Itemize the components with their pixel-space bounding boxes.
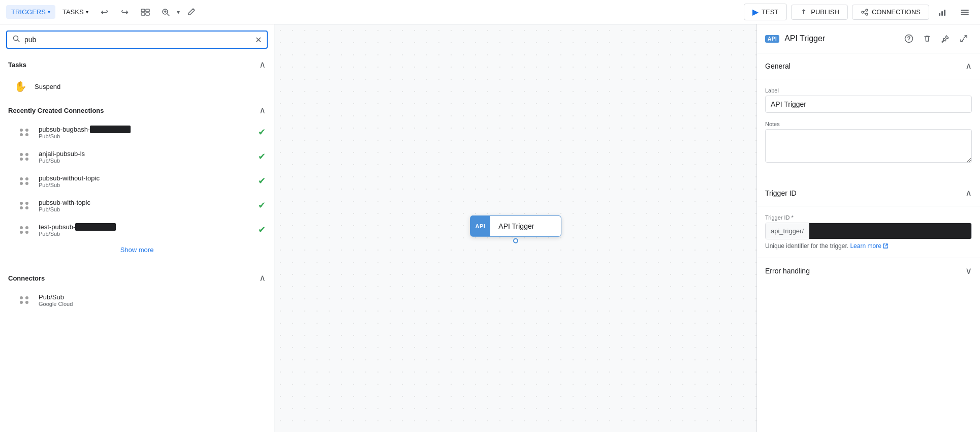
conn-masked-0: ████	[90, 126, 131, 133]
pubsub-icon-3	[16, 197, 33, 213]
search-container: ✕	[0, 24, 274, 53]
suspend-icon: ✋	[12, 78, 28, 95]
connections-button[interactable]: CONNECTIONS	[852, 5, 929, 20]
publish-button[interactable]: PUBLISH	[791, 5, 848, 20]
show-more-container: Show more	[0, 242, 274, 258]
connector-icon-0	[16, 292, 33, 308]
pen-button[interactable]	[182, 3, 200, 21]
conn-status-4: ✔	[258, 224, 266, 235]
search-clear-button[interactable]: ✕	[255, 35, 262, 45]
search-input[interactable]	[24, 36, 255, 44]
connections-label: CONNECTIONS	[872, 8, 921, 16]
tasks-collapse-icon: ∧	[259, 59, 266, 70]
conn-type-3: Pub/Sub	[39, 206, 252, 212]
tasks-section-title: Tasks	[8, 61, 26, 69]
conn-name-4: test-pubsub-████	[39, 223, 252, 231]
layout-button[interactable]	[136, 3, 154, 21]
learn-more-link[interactable]: Learn more	[850, 242, 888, 250]
svg-point-9	[866, 9, 868, 11]
svg-rect-13	[939, 13, 940, 16]
api-node-badge: API	[470, 216, 491, 236]
conn-status-0: ✔	[258, 127, 266, 138]
connection-item-0[interactable]: pubsub-bugbash-████ Pub/Sub ✔	[0, 120, 274, 144]
label-input[interactable]	[765, 96, 972, 113]
svg-rect-0	[141, 9, 145, 12]
menu-button[interactable]	[956, 3, 974, 21]
recently-created-title: Recently Created Connections	[8, 107, 104, 114]
conn-status-3: ✔	[258, 200, 266, 211]
api-node-label: API Trigger	[490, 216, 542, 236]
help-button[interactable]	[901, 30, 917, 47]
test-button[interactable]: ▶ TEST	[744, 4, 787, 20]
connectors-collapse-icon: ∧	[259, 272, 266, 284]
recently-created-collapse-icon: ∧	[259, 105, 266, 116]
trigger-id-collapse-icon: ∧	[965, 188, 972, 199]
connector-item-0[interactable]: Pub/Sub Google Cloud	[0, 288, 274, 312]
tasks-section: Tasks ∧ ✋ Suspend	[0, 53, 274, 99]
connection-item-1[interactable]: anjali-pubsub-ls Pub/Sub ✔	[0, 144, 274, 169]
connectors-section: Connectors ∧ Pub/Sub Google Cloud	[0, 266, 274, 312]
general-section-title: General	[765, 62, 791, 70]
expand-button[interactable]	[956, 30, 972, 47]
zoom-button[interactable]	[156, 3, 175, 21]
trigger-id-body: Trigger ID * api_trigger/ Unique identif…	[757, 206, 980, 258]
trigger-id-field: api_trigger/	[765, 223, 972, 239]
connection-item-3[interactable]: pubsub-with-topic Pub/Sub ✔	[0, 193, 274, 218]
pubsub-icon-2	[16, 173, 33, 189]
connection-item-2[interactable]: pubsub-without-topic Pub/Sub ✔	[0, 169, 274, 193]
svg-point-10	[866, 13, 868, 15]
api-trigger-node[interactable]: API API Trigger	[470, 215, 561, 237]
pubsub-icon-0	[16, 124, 33, 140]
conn-type-1: Pub/Sub	[39, 158, 252, 164]
svg-rect-2	[141, 13, 145, 15]
right-panel-header: API API Trigger	[757, 24, 980, 53]
tasks-button[interactable]: TASKS ▾	[57, 5, 93, 19]
triggers-button[interactable]: TRIGGERS ▾	[6, 5, 55, 19]
trigger-id-section-header[interactable]: Trigger ID ∧	[757, 180, 980, 206]
external-link-icon	[882, 243, 889, 249]
error-handling-collapse-icon: ∨	[965, 265, 972, 276]
suspend-task-item[interactable]: ✋ Suspend	[0, 74, 274, 99]
notes-textarea[interactable]	[765, 129, 972, 163]
publish-label: PUBLISH	[811, 8, 839, 16]
conn-name-1: anjali-pubsub-ls	[39, 150, 252, 158]
publish-icon	[800, 8, 808, 16]
connection-item-4[interactable]: test-pubsub-████ Pub/Sub ✔	[0, 218, 274, 242]
undo-button[interactable]: ↩	[96, 3, 114, 21]
panel-content: Tasks ∧ ✋ Suspend Recently Created Conne…	[0, 53, 274, 432]
trigger-id-hint: Unique identifier for the trigger. Learn…	[765, 242, 972, 250]
tasks-label: TASKS	[62, 8, 84, 16]
play-icon: ▶	[752, 7, 758, 17]
tasks-chevron-icon: ▾	[86, 9, 88, 15]
main-content: ✕ Tasks ∧ ✋ Suspend Recently Created Con…	[0, 24, 980, 432]
general-section-header[interactable]: General ∧	[757, 53, 980, 79]
toolbar: TRIGGERS ▾ TASKS ▾ ↩ ↪ ▾ ▶ TEST	[0, 0, 980, 24]
tasks-section-header[interactable]: Tasks ∧	[0, 53, 274, 74]
show-more-button[interactable]: Show more	[120, 246, 154, 254]
delete-button[interactable]	[919, 30, 935, 47]
conn-masked-4: ████	[75, 223, 116, 231]
pubsub-icon-4	[16, 222, 33, 238]
svg-rect-14	[941, 11, 943, 16]
connectors-section-header[interactable]: Connectors ∧	[0, 266, 274, 288]
conn-status-2: ✔	[258, 175, 266, 187]
suspend-label: Suspend	[35, 83, 60, 90]
redo-button[interactable]: ↪	[116, 3, 134, 21]
label-field-group: Label	[765, 87, 972, 113]
error-handling-section-header[interactable]: Error handling ∨	[757, 258, 980, 284]
pin-button[interactable]	[937, 30, 954, 47]
recently-created-header[interactable]: Recently Created Connections ∧	[0, 99, 274, 120]
zoom-dropdown-icon: ▾	[177, 9, 180, 16]
conn-type-0: Pub/Sub	[39, 133, 252, 139]
svg-point-8	[862, 11, 864, 13]
right-panel-title: API Trigger	[784, 34, 896, 43]
triggers-label: TRIGGERS	[11, 8, 46, 16]
canvas-area: API API Trigger	[274, 24, 756, 432]
connectors-section-title: Connectors	[8, 274, 45, 282]
general-section-body: Label Notes	[757, 79, 980, 180]
search-icon	[12, 35, 20, 45]
conn-status-1: ✔	[258, 151, 266, 162]
analytics-button[interactable]	[933, 3, 952, 21]
notes-field-group: Notes	[765, 121, 972, 164]
triggers-chevron-icon: ▾	[48, 9, 50, 15]
